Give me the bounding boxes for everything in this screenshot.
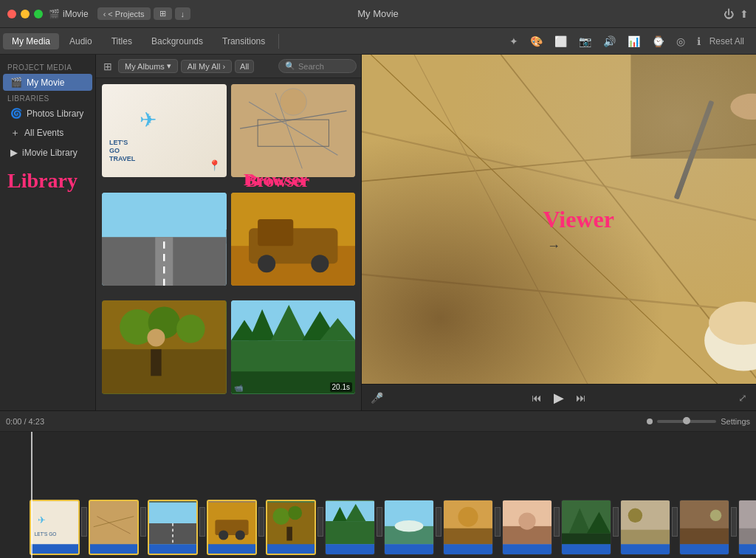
toolbar-right: ✦ 🎨 ⬜ 📷 🔊 📊 ⌚ ◎ ℹ Reset All [506,34,753,49]
transition-2[interactable] [140,507,146,537]
timeline-header: 0:00 / 4:23 Settings [0,411,756,432]
svg-rect-77 [562,534,611,545]
svg-point-79 [628,509,642,523]
transition-7[interactable] [436,507,441,537]
clip-11[interactable] [620,500,670,555]
clip-10[interactable] [561,500,611,555]
settings-button[interactable]: Settings [721,417,750,426]
pin-icon: 📍 [208,159,221,171]
media-thumb-6[interactable]: 📹 20.1s [231,300,356,393]
skip-back-button[interactable]: ⏮ [532,392,542,404]
left-top: PROJECT MEDIA 🎬 My Movie LIBRARIES 🌀 Pho… [0,55,362,410]
power-icon[interactable]: ⏻ [724,8,734,20]
transition-10[interactable] [613,507,619,537]
svg-rect-69 [444,528,492,544]
clip-13[interactable] [738,500,756,555]
clip-8[interactable] [443,500,493,555]
expand-icon[interactable]: ⤢ [738,392,747,404]
browser-toolbar: ⊞ My Albums ▾ All My All › All 🔍 [96,55,361,78]
sidebar-item-all-events[interactable]: ＋ All Events [3,123,92,142]
timeline-area: Project 0:00 / 4:23 Settings ✈ LET'S GO [0,410,756,558]
clip-5[interactable] [266,500,316,555]
clip-9[interactable] [502,500,552,555]
media-thumb-2[interactable] [231,84,356,177]
tab-backgrounds[interactable]: Backgrounds [142,33,212,49]
transition-3[interactable] [199,507,205,537]
transition-11[interactable] [672,507,678,537]
left-column: PROJECT MEDIA 🎬 My Movie LIBRARIES 🌀 Pho… [0,55,362,410]
svg-rect-17 [102,350,227,394]
clip-thumb-11 [621,500,670,545]
grid-toggle-icon[interactable]: ⊞ [100,59,115,74]
back-icon: ‹ [103,10,106,18]
transition-9[interactable] [554,507,560,537]
road-svg [102,193,227,286]
titlebar-right-icons: ⏻ ⬆ [724,8,749,20]
play-button[interactable]: ▶ [554,390,564,406]
close-button[interactable] [7,10,16,18]
clip-4[interactable] [207,500,257,555]
import-button[interactable]: ↓ [175,7,191,20]
clip-thumb-6 [326,500,374,545]
transition-12[interactable] [731,507,737,537]
clip-3[interactable] [148,500,198,555]
crop-icon[interactable]: ⬜ [551,34,570,49]
transition-5[interactable] [317,507,323,537]
svg-line-36 [501,55,756,384]
media-thumb-3[interactable] [102,193,227,286]
svg-point-14 [311,255,329,272]
media-thumb-5[interactable] [102,300,227,393]
storyboard-button[interactable]: ⊞ [154,7,172,20]
tab-titles[interactable]: Titles [103,33,141,49]
zoom-slider[interactable] [657,420,716,423]
sidebar-item-photos[interactable]: 🌀 Photos Library [3,105,92,122]
playhead-indicator [647,418,653,424]
filter-button[interactable]: All [235,60,254,73]
clip-thumb-12 [680,500,729,545]
share-icon[interactable]: ⬆ [740,8,749,20]
clip-2[interactable] [89,500,139,555]
wand-icon[interactable]: ✦ [506,34,521,49]
timeline-track: ✈ LET'S GO [0,432,756,558]
transition-1[interactable] [81,507,87,537]
albums-dropdown[interactable]: My Albums ▾ [118,59,178,73]
clip-1[interactable]: ✈ LET'S GO [30,500,80,555]
microphone-icon[interactable]: 🎤 [371,392,383,404]
zoom-handle[interactable] [683,417,690,424]
chevron-down-icon: ▾ [167,61,171,71]
clip-7[interactable] [384,500,434,555]
clip-thumb-10 [562,500,611,545]
media-thumb-4[interactable] [231,193,356,286]
projects-button[interactable]: ‹ < Projects [97,7,151,20]
audio-icon[interactable]: 🔊 [600,34,619,49]
skip-forward-button[interactable]: ⏭ [576,392,586,404]
transition-4[interactable] [258,507,264,537]
chart-icon[interactable]: 📊 [625,34,643,49]
fullscreen-button[interactable] [34,10,43,18]
tab-my-media[interactable]: My Media [3,33,59,49]
titlebar-buttons: ‹ < Projects ⊞ ↓ [97,7,190,20]
sidebar-item-imovie-library[interactable]: ▶ iMovie Library [3,144,92,161]
viewer-controls: 🎤 ⏮ ▶ ⏭ ⤢ [362,384,756,410]
playhead-line [31,432,32,558]
minimize-button[interactable] [21,10,30,18]
reset-all-button[interactable]: Reset All [709,36,744,46]
tab-transitions[interactable]: Transitions [213,33,274,49]
tab-audio[interactable]: Audio [61,33,101,49]
filter-icon[interactable]: ◎ [673,34,688,49]
info-icon[interactable]: ℹ [694,34,704,49]
all-albums-dropdown[interactable]: All My All › [181,60,232,73]
search-input[interactable] [298,62,350,71]
media-thumb-1[interactable]: LET'SGOTRAVEL 📍 [102,84,227,177]
transition-6[interactable] [377,507,382,537]
speed-icon[interactable]: ⌚ [649,34,667,49]
color-icon[interactable]: 🎨 [527,34,546,49]
sidebar-item-my-movie[interactable]: 🎬 My Movie [3,74,92,91]
main-area: PROJECT MEDIA 🎬 My Movie LIBRARIES 🌀 Pho… [0,55,756,410]
clip-6[interactable] [325,500,375,555]
transition-8[interactable] [495,507,501,537]
svg-point-56 [236,530,245,540]
clip-12[interactable] [679,500,729,555]
film-icon: 🎬 [10,77,22,88]
camera-icon[interactable]: 📷 [576,34,594,49]
